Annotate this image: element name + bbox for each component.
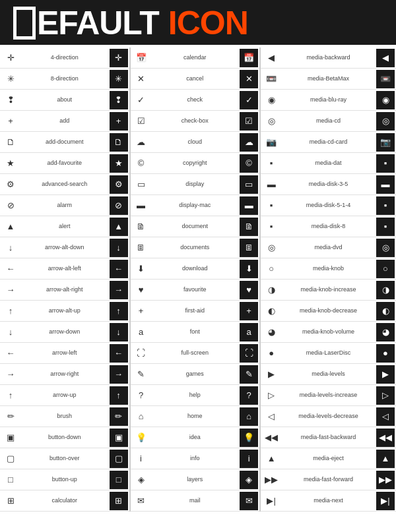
8-direction-icon-left: ✳ xyxy=(1,70,20,88)
button-over-icon-left: ▢ xyxy=(1,450,20,468)
media-disk-5-1-4-icon-right: ▪ xyxy=(376,196,395,215)
media-levels-increase-icon-right: ▷ xyxy=(376,386,395,405)
media-fast-backward-icon-right: ◀◀ xyxy=(376,429,395,447)
list-item: ✛ 4-direction ✛ xyxy=(0,47,129,69)
add-document-icon-right: 🗋 xyxy=(110,133,128,152)
list-item: ◀ media-backward ◀ xyxy=(261,47,396,69)
media-levels-increase-label: media-levels-increase xyxy=(280,392,376,399)
documents-icon-left: 🗏 xyxy=(132,239,150,257)
list-item: ✳ 8-direction ✳ xyxy=(0,69,129,90)
list-item: ▪ media-disk-8 ▪ xyxy=(261,216,396,237)
copyright-icon-right: © xyxy=(240,154,258,173)
button-down-icon-left: ▣ xyxy=(1,429,20,447)
media-dvd-icon-right: ◎ xyxy=(376,239,395,257)
games-icon-right: ✎ xyxy=(240,365,258,384)
add-favourite-label: add-favourite xyxy=(20,160,110,167)
arrow-left-label: arrow-left xyxy=(20,350,110,357)
title-default: EFAULT xyxy=(13,7,159,40)
button-over-label: button-over xyxy=(20,456,110,462)
content-area: ✛ 4-direction ✛ ✳ 8-direction ✳ ❢ about … xyxy=(0,45,396,514)
media-levels-label: media-levels xyxy=(280,371,376,378)
list-item: 🗏 documents 🗏 xyxy=(131,237,260,258)
list-item: + first-aid + xyxy=(131,301,260,322)
arrow-alt-down-icon-right: ↓ xyxy=(110,239,128,257)
alarm-icon-right: ⊘ xyxy=(110,196,128,215)
media-knob-icon-left: ○ xyxy=(262,260,280,278)
media-backward-label: media-backward xyxy=(280,55,376,61)
arrow-alt-up-label: arrow-alt-up xyxy=(20,308,110,314)
add-document-label: add-document xyxy=(20,139,110,146)
cancel-icon-left: ✕ xyxy=(132,70,150,88)
list-item: ▪ media-disk-5-1-4 ▪ xyxy=(261,195,396,216)
check-label: check xyxy=(150,97,240,103)
list-item: 💡 idea 💡 xyxy=(131,427,260,448)
advanced-search-label: advanced-search xyxy=(20,181,110,188)
list-item: ✏ brush ✏ xyxy=(0,406,129,427)
arrow-up-label: arrow-up xyxy=(20,392,110,399)
check-box-icon-left: ☑ xyxy=(132,112,150,131)
media-fast-forward-icon-right: ▶▶ xyxy=(376,471,395,489)
list-item: ◕ media-knob-volume ◕ xyxy=(261,322,396,343)
alert-icon-left: ▲ xyxy=(1,218,20,236)
help-icon-right: ? xyxy=(240,386,258,405)
display-mac-icon-left: ▬ xyxy=(132,196,150,215)
media-knob-increase-label: media-knob-increase xyxy=(280,287,376,293)
idea-label: idea xyxy=(150,434,240,441)
media-cd-icon-right: ◎ xyxy=(376,112,395,131)
list-item: + add + xyxy=(0,111,129,132)
media-blu-ray-label: media-blu-ray xyxy=(280,97,376,103)
list-item: ⊘ alarm ⊘ xyxy=(0,195,129,216)
media-levels-increase-icon-left: ▷ xyxy=(262,386,280,405)
check-icon-left: ✓ xyxy=(132,91,150,109)
media-BetaMax-icon-right: 📼 xyxy=(376,70,395,88)
media-BetaMax-label: media-BetaMax xyxy=(280,76,376,82)
home-icon-right: ⌂ xyxy=(240,407,258,426)
arrow-right-icon-right: → xyxy=(110,365,128,384)
list-item: ◎ media-dvd ◎ xyxy=(261,237,396,258)
about-icon-left: ❢ xyxy=(1,91,20,109)
media-knob-increase-icon-right: ◑ xyxy=(376,281,395,299)
list-item: □ button-up □ xyxy=(0,469,129,490)
media-eject-icon-left: ▲ xyxy=(262,450,280,468)
display-icon-right: ▭ xyxy=(240,175,258,194)
arrow-alt-left-icon-right: ← xyxy=(110,260,128,278)
alert-label: alert xyxy=(20,223,110,230)
list-item: 🗋 add-document 🗋 xyxy=(0,132,129,153)
list-item: ★ add-favourite ★ xyxy=(0,153,129,174)
list-item: ✕ cancel ✕ xyxy=(131,69,260,90)
favourite-label: favourite xyxy=(150,287,240,293)
arrow-left-icon-left: ← xyxy=(1,344,20,363)
list-item: ☁ cloud ☁ xyxy=(131,132,260,153)
media-BetaMax-icon-left: 📼 xyxy=(262,70,280,88)
check-icon-right: ✓ xyxy=(240,91,258,109)
media-backward-icon-right: ◀ xyxy=(376,49,395,67)
cancel-label: cancel xyxy=(150,76,240,82)
documents-icon-right: 🗏 xyxy=(240,239,258,257)
documents-label: documents xyxy=(150,245,240,251)
arrow-alt-up-icon-right: ↑ xyxy=(110,302,128,320)
media-next-label: media-next xyxy=(280,498,376,504)
check-box-label: check-box xyxy=(150,118,240,125)
document-icon-right: 🗎 xyxy=(240,218,258,236)
display-mac-icon-right: ▬ xyxy=(240,196,258,215)
list-item: 📅 calendar 📅 xyxy=(131,47,260,69)
media-levels-icon-right: ▶ xyxy=(376,365,395,384)
media-cd-card-icon-left: 📷 xyxy=(262,133,280,152)
list-item: ● media-LaserDisc ● xyxy=(261,343,396,364)
media-LaserDisc-icon-left: ● xyxy=(262,344,280,363)
media-fast-backward-icon-left: ◀◀ xyxy=(262,429,280,447)
list-item: → arrow-right → xyxy=(0,364,129,385)
media-knob-volume-icon-left: ◕ xyxy=(262,323,280,341)
list-item: ↓ arrow-alt-down ↓ xyxy=(0,237,129,258)
media-eject-label: media-eject xyxy=(280,456,376,462)
favourite-icon-right: ♥ xyxy=(240,281,258,299)
media-blu-ray-icon-right: ◉ xyxy=(376,91,395,109)
calculator-icon-left: ⊞ xyxy=(1,492,20,510)
layers-icon-right: ◈ xyxy=(240,471,258,489)
button-down-label: button-down xyxy=(20,434,110,441)
list-item: a font a xyxy=(131,322,260,343)
brush-label: brush xyxy=(20,413,110,420)
media-dvd-icon-left: ◎ xyxy=(262,239,280,257)
column-3: ◀ media-backward ◀ 📼 media-BetaMax 📼 ◉ m… xyxy=(261,47,396,512)
media-next-icon-right: ▶| xyxy=(376,492,395,510)
